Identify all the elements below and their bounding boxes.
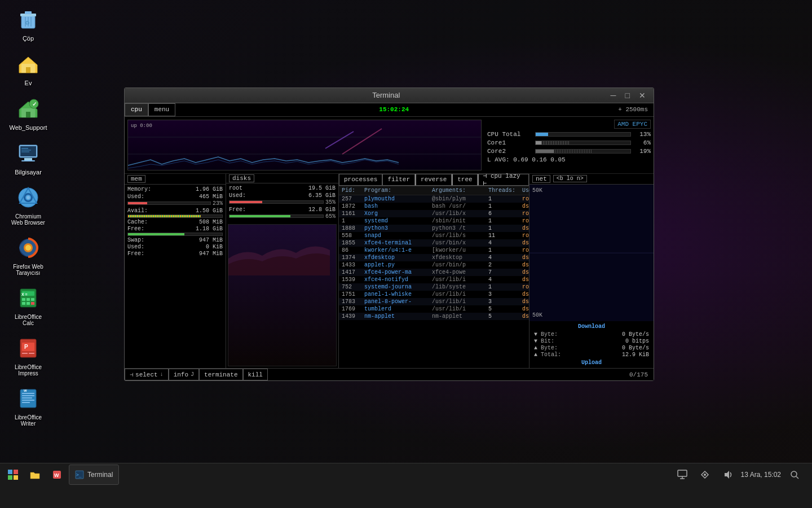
htop-tab-menu[interactable]: menu xyxy=(148,103,175,116)
svg-point-23 xyxy=(27,196,30,199)
svg-text:♻: ♻ xyxy=(25,20,30,26)
table-row[interactable]: 1539xfce4-notifyd/usr/lib/i4ds1.30.0 xyxy=(339,276,529,283)
ul-byte-label: ▲ Byte: xyxy=(534,345,558,351)
terminal-window: Terminal ─ □ ✕ cpu menu 15:02:24 + 2500m… xyxy=(124,87,654,381)
svg-rect-55 xyxy=(8,475,12,480)
desktop-icon-websupport[interactable]: ✓ Web_Support xyxy=(6,92,51,134)
process-count: 0/175 xyxy=(624,371,654,378)
htop-tab-cpu[interactable]: cpu xyxy=(125,103,148,116)
table-row[interactable]: 1855xfce4-terminal/usr/bin/x4ds1.61.2 xyxy=(339,239,529,247)
svg-rect-54 xyxy=(14,470,18,474)
disk-used-val: 6.35 GiB xyxy=(308,192,336,199)
tray-datetime[interactable]: 13 Ara, 15:02 xyxy=(741,471,781,479)
desktop-icon-writer[interactable]: W LibreOfficeWriter xyxy=(6,382,51,430)
svg-rect-29 xyxy=(22,298,25,301)
home-folder-icon xyxy=(15,50,42,77)
bottom-btn-terminate[interactable]: terminate xyxy=(199,369,242,380)
taskbar-terminal-label: Terminal xyxy=(87,471,113,479)
cpu-total-pct: 13% xyxy=(634,131,651,138)
maximize-button[interactable]: □ xyxy=(623,91,632,100)
taskbar-tray: 13 Ara, 15:02 xyxy=(673,466,809,484)
tray-search-icon[interactable] xyxy=(785,466,804,484)
free-val: 1.18 GiB xyxy=(196,226,223,232)
taskbar: W >_ Terminal xyxy=(0,463,812,485)
desktop-icon-computer[interactable]: Bilgisayar xyxy=(6,137,51,178)
svg-rect-8 xyxy=(26,67,30,73)
proc-tab-tree[interactable]: tree xyxy=(452,174,477,186)
taskbar-filemanager[interactable] xyxy=(25,465,45,485)
proc-tab-cpulazy[interactable]: ⊣ cpu lazy ⊢ xyxy=(478,174,529,186)
taskbar-terminal[interactable]: >_ Terminal xyxy=(69,465,119,485)
avail-label: Avail: xyxy=(127,208,148,214)
desktop-icon-chromium[interactable]: ChromiumWeb Browser xyxy=(6,181,51,229)
proc-tab-filter[interactable]: filter xyxy=(382,174,415,186)
table-row[interactable]: 1769tumblerd/usr/lib/i5ds0.80.0 xyxy=(339,305,529,313)
minimize-button[interactable]: ─ xyxy=(608,91,619,100)
proc-headers: Pid: Program: Arguments: Threads: User: … xyxy=(339,186,529,195)
download-label: Download xyxy=(534,323,649,330)
computer-icon xyxy=(15,139,42,167)
svg-rect-61 xyxy=(678,470,687,476)
desktop-icon-calc[interactable]: X = LibreOfficeCalc xyxy=(6,282,51,329)
desktop-icon-trash[interactable]: ♻ Çöp xyxy=(6,3,51,45)
table-row[interactable]: 1783panel-8-power-/usr/lib/i3ds1.30.0 xyxy=(339,298,529,305)
cpu-core1-pct: 6% xyxy=(634,139,651,146)
disk-free-pct: 65% xyxy=(325,213,336,220)
bottom-btn-select[interactable]: ⊣ select ↓ xyxy=(125,369,169,380)
desktop-icon-impress[interactable]: P LibreOfficeImpress xyxy=(6,332,51,379)
tray-monitor-icon[interactable] xyxy=(673,466,691,484)
trash-icon: ♻ xyxy=(15,6,42,33)
terminal-titlebar: Terminal ─ □ ✕ xyxy=(125,88,654,103)
table-row[interactable]: 1439nm-appletnm-applet5ds1.50.0 xyxy=(339,313,529,320)
taskbar-office[interactable]: W xyxy=(47,465,67,485)
cpu-lavg: L AVG: 0.69 0.16 0.05 xyxy=(487,156,651,163)
table-row[interactable]: 1374xfdesktopxfdesktop4ds1.50.0 xyxy=(339,254,529,261)
close-button[interactable]: ✕ xyxy=(637,91,648,100)
processes-section: processes filter reverse tree ⊣ cpu lazy… xyxy=(339,174,529,368)
proc-tab-reverse[interactable]: reverse xyxy=(415,174,452,186)
net-header: net xyxy=(532,175,550,183)
cpu-core2-label: Core2 xyxy=(487,148,532,155)
cpu-core2-bar xyxy=(536,150,554,153)
table-row[interactable]: 1888python3python3 /t1ds0.51.0 xyxy=(339,225,529,232)
chromium-label: ChromiumWeb Browser xyxy=(11,213,45,226)
bottom-btn-kill[interactable]: kill xyxy=(243,369,268,380)
desktop-icon-firefox[interactable]: Firefox WebTarayıcısı xyxy=(6,231,51,279)
table-row[interactable]: 752systemd-journa/lib/syste1root1.10.0 xyxy=(339,283,529,291)
bottom-btn-info[interactable]: info J xyxy=(169,369,199,380)
net-bot-label: 50K xyxy=(532,312,542,318)
table-row[interactable]: 1751panel-1-whiske/usr/lib/i3ds1.40.0 xyxy=(339,291,529,298)
tray-date: 13 Ara, 15:02 xyxy=(741,471,781,479)
start-button[interactable] xyxy=(3,465,23,485)
proc-tab-processes[interactable]: processes xyxy=(339,174,382,186)
table-row[interactable]: 86kworker/u4:1-e[kworker/u1root0.00.0 xyxy=(339,247,529,254)
swap-used-label: Used: xyxy=(127,244,144,250)
tray-network-icon[interactable] xyxy=(696,466,714,484)
svg-rect-56 xyxy=(14,475,18,480)
svg-rect-30 xyxy=(27,298,30,301)
htop-time: 15:02:24 xyxy=(175,106,612,113)
svg-text:W: W xyxy=(54,472,59,478)
table-row[interactable]: 1417xfce4-power-maxfce4-powe7ds2.00.0 xyxy=(339,269,529,276)
proc-list: 257plymouthd@sbin/plym1root0.94.6 1872ba… xyxy=(339,195,529,368)
disk-free-val: 12.8 GiB xyxy=(308,207,336,213)
mem-section: mem Memory: 1.96 GiB Used: 465 MiB xyxy=(125,174,226,368)
ul-total-label: ▲ Total: xyxy=(534,352,561,358)
table-row[interactable]: 257plymouthd@sbin/plym1root0.94.6 xyxy=(339,195,529,203)
desktop-icon-home[interactable]: Ev xyxy=(6,47,51,89)
memory-val: 1.96 GiB xyxy=(196,186,223,192)
table-row[interactable]: 558snapd/usr/lib/s11root1.90.0 xyxy=(339,232,529,239)
table-row[interactable]: 1161Xorg/usr/lib/x6root3.01.0 xyxy=(339,210,529,217)
cpu-uptime: up 0:00 xyxy=(131,123,152,129)
svg-point-26 xyxy=(25,245,31,251)
cache-val: 508 MiB xyxy=(199,219,223,225)
swap-used-val: 0 KiB xyxy=(206,244,223,250)
desktop-icons: ♻ Çöp Ev ✓ xyxy=(6,3,51,430)
col-threads: Threads: xyxy=(488,187,522,194)
table-row[interactable]: 1872bashbash /usr/1ds0.31.4 xyxy=(339,203,529,210)
table-row[interactable]: 1433applet.py/usr/bin/p2ds1.20.0 xyxy=(339,261,529,269)
tray-sound-icon[interactable] xyxy=(718,466,736,484)
table-row[interactable]: 1systemd/sbin/init1root0.40.0 xyxy=(339,217,529,225)
cpu-total-label: CPU Total xyxy=(487,131,532,138)
net-top-label: 50K xyxy=(532,187,542,194)
